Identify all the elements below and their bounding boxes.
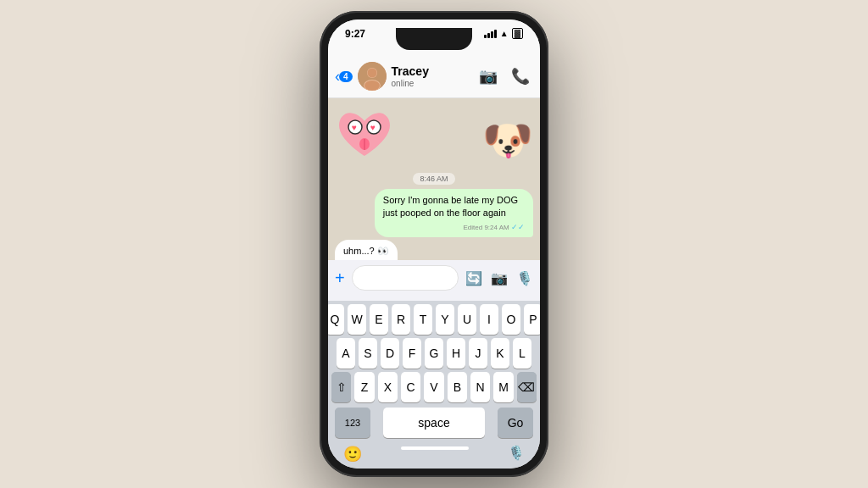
key-o[interactable]: O — [502, 304, 520, 335]
home-indicator — [401, 446, 469, 450]
shift-key[interactable]: ⇧ — [331, 372, 351, 402]
key-v[interactable]: V — [424, 372, 443, 402]
input-area: + 🔄 📷 🎙️ — [328, 260, 540, 301]
key-i[interactable]: I — [480, 304, 498, 335]
chat-area: ♥ ♥ 🐶 8:46 AM Sorry I'm gonna be late my… — [328, 98, 540, 260]
key-k[interactable]: K — [491, 338, 509, 369]
contact-name: Tracey — [392, 64, 474, 79]
status-icons: ▲ ▓ — [484, 28, 523, 39]
key-s[interactable]: S — [359, 338, 377, 369]
svg-point-3 — [367, 69, 376, 78]
incoming-message-1: uhm...? 👀 9:24 AM — [335, 240, 398, 260]
go-key[interactable]: Go — [498, 408, 533, 438]
back-button[interactable]: ‹ 4 — [335, 68, 353, 86]
key-y[interactable]: Y — [436, 304, 454, 335]
key-f[interactable]: F — [403, 338, 421, 369]
key-b[interactable]: B — [448, 372, 467, 402]
key-t[interactable]: T — [414, 304, 432, 335]
key-x[interactable]: X — [378, 372, 398, 402]
header-actions: 📷 📞 — [479, 67, 530, 86]
phone-screen: 9:27 ▲ ▓ ‹ 4 — [328, 19, 540, 469]
backspace-key[interactable]: ⌫ — [517, 372, 537, 402]
battery-icon: ▓ — [512, 28, 523, 39]
contact-status: online — [392, 79, 474, 88]
key-d[interactable]: D — [381, 338, 399, 369]
back-badge: 4 — [339, 71, 353, 82]
phone-wrapper: 9:27 ▲ ▓ ‹ 4 — [320, 11, 548, 477]
key-w[interactable]: W — [348, 304, 366, 335]
dog-sticker: 🐶 — [482, 115, 533, 166]
key-e[interactable]: E — [370, 304, 388, 335]
plus-button[interactable]: + — [335, 269, 345, 288]
key-h[interactable]: H — [447, 338, 465, 369]
keyboard-row-2: A S D F G H J K L — [331, 338, 537, 369]
outgoing-message: Sorry I'm gonna be late my DOG just poop… — [375, 189, 533, 237]
svg-point-4 — [364, 80, 380, 91]
edited-label: Edited 9:24 AM — [464, 224, 509, 231]
heart-sticker: ♥ ♥ — [335, 107, 394, 162]
key-p[interactable]: P — [524, 304, 540, 335]
keyboard-row-3: ⇧ Z X C V B N M ⌫ — [331, 372, 537, 402]
sticker-row: ♥ ♥ 🐶 — [335, 107, 533, 166]
timestamp-center: 8:46 AM — [413, 173, 454, 185]
status-time: 9:27 — [345, 28, 365, 40]
contact-info: Tracey online — [392, 64, 474, 88]
numbers-key[interactable]: 123 — [335, 408, 370, 438]
input-row: + 🔄 📷 🎙️ — [335, 265, 533, 291]
key-g[interactable]: G — [425, 338, 443, 369]
mic-input-icon[interactable]: 🎙️ — [516, 270, 533, 286]
sticker-icon[interactable]: 🔄 — [465, 270, 482, 286]
key-l[interactable]: L — [513, 338, 531, 369]
key-u[interactable]: U — [458, 304, 476, 335]
phone-call-icon[interactable]: 📞 — [511, 67, 530, 86]
key-r[interactable]: R — [392, 304, 410, 335]
chat-messages: 8:46 AM Sorry I'm gonna be late my DOG j… — [335, 171, 533, 260]
message-text-in-1: uhm...? 👀 — [343, 245, 389, 258]
keyboard-row-1: Q W E R T Y U I O P — [331, 304, 537, 335]
message-meta-out: Edited 9:24 AM ✓✓ — [383, 222, 525, 233]
read-receipts: ✓✓ — [511, 223, 525, 231]
message-text-out: Sorry I'm gonna be late my DOG just poop… — [383, 194, 525, 220]
emoji-mic-row: 🙂 🎙️ — [331, 440, 537, 467]
key-j[interactable]: J — [469, 338, 487, 369]
key-q[interactable]: Q — [328, 304, 344, 335]
key-c[interactable]: C — [401, 372, 420, 402]
key-n[interactable]: N — [470, 372, 490, 402]
text-input[interactable] — [352, 265, 459, 291]
keyboard-bottom-row: 123 space Go — [331, 406, 537, 440]
emoji-button[interactable]: 🙂 — [338, 443, 367, 465]
wifi-icon: ▲ — [500, 29, 509, 38]
mic-button[interactable]: 🎙️ — [503, 443, 530, 465]
key-m[interactable]: M — [493, 372, 513, 402]
keyboard: Q W E R T Y U I O P A S D F G H J K — [328, 301, 540, 469]
space-key[interactable]: space — [383, 408, 485, 438]
avatar — [358, 62, 387, 91]
signal-icon — [484, 30, 497, 38]
key-z[interactable]: Z — [354, 372, 374, 402]
video-call-icon[interactable]: 📷 — [479, 67, 498, 86]
chat-header: ‹ 4 Tracey online 📷 📞 — [328, 57, 540, 98]
svg-text:♥: ♥ — [370, 123, 376, 132]
input-actions: 🔄 📷 🎙️ — [465, 270, 533, 286]
notch — [396, 28, 472, 50]
key-a[interactable]: A — [337, 338, 355, 369]
camera-icon[interactable]: 📷 — [491, 270, 508, 286]
svg-text:♥: ♥ — [352, 123, 357, 132]
